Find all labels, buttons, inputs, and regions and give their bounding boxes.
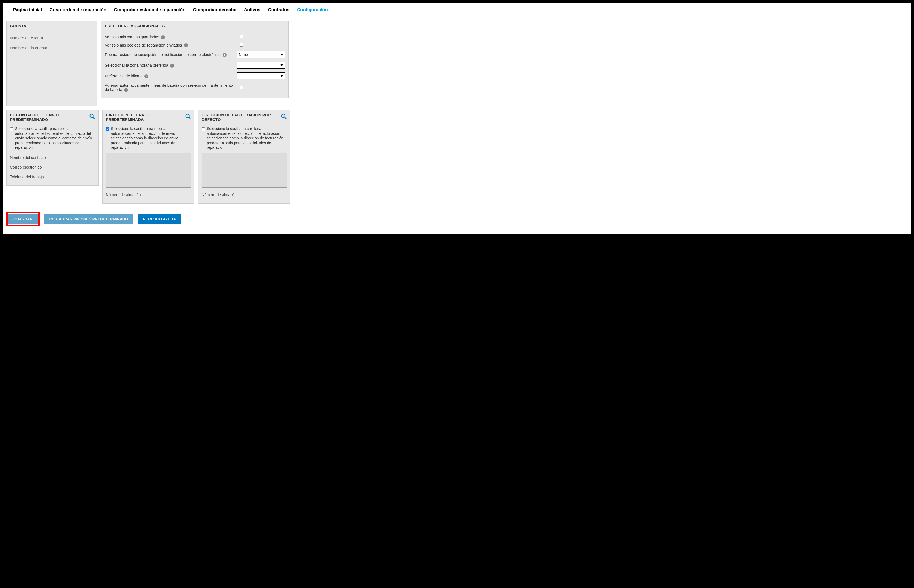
svg-line-5 — [285, 117, 286, 119]
default-billing-address-panel: DIRECCION DE FACTURACION POR DEFECTO Sel… — [198, 110, 290, 204]
svg-line-3 — [189, 117, 190, 119]
search-billing-address-icon[interactable] — [281, 113, 287, 121]
only-my-orders-checkbox[interactable] — [240, 43, 243, 47]
info-icon[interactable]: i — [222, 53, 227, 57]
action-buttons-row: GUARDAR RESTAURAR VALORES PREDETERMINADO… — [6, 207, 908, 228]
svg-line-1 — [93, 117, 94, 119]
default-billing-address-checkbox[interactable] — [202, 128, 205, 131]
account-header: CUENTA — [7, 21, 97, 31]
account-number-label: Número de cuenta — [10, 33, 94, 43]
default-billing-address-header: DIRECCION DE FACTURACION POR DEFECTO — [202, 113, 281, 122]
contact-name-label: Nombre del contacto — [10, 153, 95, 162]
default-ship-contact-header: EL CONTACTO DE ENVÍO PREDETERMINADO — [10, 113, 89, 122]
tab-check-right[interactable]: Comprobar derecho — [193, 7, 237, 15]
tab-home[interactable]: Página inicial — [13, 7, 42, 15]
need-help-button[interactable]: NECESITO AYUDA — [138, 214, 181, 225]
preferences-panel: PREFERENCIAS ADICIONALES Ver solo mis ca… — [101, 21, 289, 98]
info-icon[interactable]: i — [124, 88, 128, 92]
account-panel: CUENTA Número de cuenta Nombre de la cue… — [6, 21, 97, 106]
timezone-label: Seleccionar la zona horaria preferida — [105, 63, 168, 68]
info-icon[interactable]: i — [170, 64, 174, 68]
default-ship-contact-panel: EL CONTACTO DE ENVÍO PREDETERMINADO Sele… — [6, 110, 99, 186]
svg-point-2 — [186, 114, 190, 118]
email-subscription-select[interactable]: None — [237, 51, 285, 58]
auto-battery-checkbox[interactable] — [240, 86, 243, 89]
default-contact-checkbox[interactable] — [10, 128, 13, 131]
only-my-orders-label: Ver solo mis pedidos de reparación envia… — [105, 43, 182, 47]
info-icon[interactable]: i — [184, 44, 188, 47]
default-ship-address-header: DIRECCIÓN DE ENVÍO PREDETERMINADA — [106, 113, 185, 122]
contact-phone-label: Teléfono del trabajo — [10, 172, 95, 182]
info-icon[interactable]: i — [161, 35, 165, 39]
svg-point-4 — [282, 114, 285, 118]
tab-configuration[interactable]: Configuración — [297, 7, 328, 15]
main-tabs: Página inicial Crear orden de reparación… — [6, 5, 908, 17]
ship-address-textarea[interactable] — [106, 153, 191, 187]
default-contact-check-text: Seleccione la casilla para rellenar auto… — [15, 126, 95, 150]
default-ship-address-checkbox[interactable] — [106, 128, 109, 131]
default-ship-address-panel: DIRECCIÓN DE ENVÍO PREDETERMINADA Selecc… — [102, 110, 194, 204]
default-ship-address-check-text: Seleccione la casilla para rellenar auto… — [111, 126, 191, 150]
search-ship-address-icon[interactable] — [185, 113, 191, 121]
only-my-carts-label: Ver solo mis carritos guardados — [105, 35, 159, 39]
restore-defaults-button[interactable]: RESTAURAR VALORES PREDETERMINADO — [44, 214, 133, 225]
billing-address-textarea[interactable] — [202, 153, 287, 187]
tab-assets[interactable]: Activos — [244, 7, 260, 15]
timezone-select[interactable] — [237, 62, 285, 69]
save-button[interactable]: GUARDAR — [8, 214, 38, 225]
ship-warehouse-label: Número de almacén — [106, 190, 191, 200]
svg-point-0 — [90, 114, 94, 118]
tab-create-order[interactable]: Crear orden de reparación — [50, 7, 107, 15]
account-name-label: Nombre de la cuenta — [10, 43, 94, 53]
email-subscription-label: Reparar estado de suscripción de notific… — [105, 52, 221, 57]
save-button-highlight: GUARDAR — [6, 212, 40, 226]
contact-email-label: Correo electrónico — [10, 162, 95, 172]
tab-contracts[interactable]: Contratos — [268, 7, 289, 15]
billing-warehouse-label: Número de almacén — [202, 190, 287, 200]
info-icon[interactable]: i — [144, 74, 148, 78]
search-contact-icon[interactable] — [89, 113, 95, 121]
language-select[interactable] — [237, 73, 285, 79]
default-billing-address-check-text: Seleccione la casilla para rellenar auto… — [207, 126, 287, 150]
language-label: Preferencia de idioma — [105, 74, 143, 78]
tab-check-status[interactable]: Comprobar estado de reparación — [114, 7, 185, 15]
only-my-carts-checkbox[interactable] — [240, 35, 243, 38]
preferences-header: PREFERENCIAS ADICIONALES — [102, 21, 288, 31]
